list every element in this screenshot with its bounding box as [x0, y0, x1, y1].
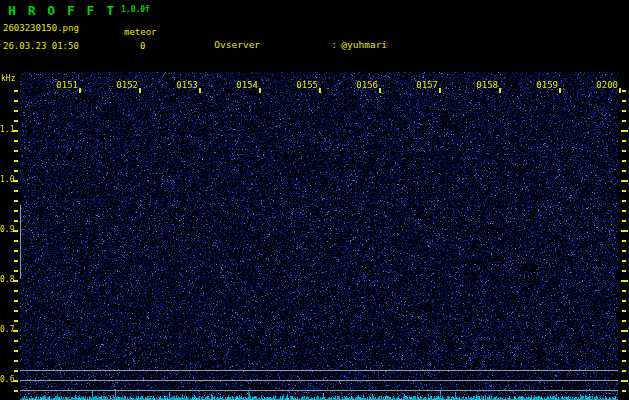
y-axis-minor-tick-right: [622, 370, 626, 372]
y-axis-minor-tick-right: [622, 390, 626, 392]
y-axis-minor-tick: [14, 240, 18, 242]
y-axis-minor-tick-right: [622, 350, 626, 352]
x-axis-tick-label: 0158: [474, 80, 498, 90]
x-axis-minute-tick: [619, 88, 621, 93]
y-axis-minor-tick: [14, 260, 18, 262]
y-axis-minor-tick: [14, 300, 18, 302]
spectrogram-noise-canvas: [20, 72, 618, 400]
info-label: Ovserver: [214, 39, 331, 51]
y-axis-minor-tick-right: [622, 310, 626, 312]
y-axis-tick-label: 0.7: [0, 325, 13, 334]
y-axis-minor-tick-right: [622, 100, 626, 102]
x-axis-minute-tick: [259, 88, 261, 93]
x-axis-minute-tick: [79, 88, 81, 93]
info-row-observer: Ovserver:@yuhmari: [180, 27, 576, 39]
y-axis-minor-tick: [14, 150, 18, 152]
x-axis-tick-label: 0159: [534, 80, 558, 90]
y-axis-minor-tick-right: [622, 90, 626, 92]
y-axis-minor-tick: [14, 120, 18, 122]
x-axis-minute-tick: [499, 88, 501, 93]
y-axis-minor-tick-right: [622, 260, 626, 262]
x-axis-tick-label: 0151: [54, 80, 78, 90]
y-axis-minor-tick: [14, 100, 18, 102]
y-axis-minor-tick: [14, 250, 18, 252]
info-value: @yuhmari: [341, 39, 387, 50]
y-axis-minor-tick-right: [622, 290, 626, 292]
observation-timestamp: 26.03.23 01:50: [3, 41, 79, 51]
y-axis-minor-tick: [14, 220, 18, 222]
x-axis-minute-tick: [439, 88, 441, 93]
y-axis-minor-tick-right: [622, 210, 626, 212]
x-axis-tick-label: 0156: [354, 80, 378, 90]
y-axis-tick-label: 0.8: [0, 275, 13, 284]
left-edge-artifact-line: [20, 205, 21, 279]
app-title: H R O F F T: [8, 3, 116, 18]
y-axis-minor-tick-right: [622, 340, 626, 342]
y-axis-minor-tick-right: [622, 320, 626, 322]
y-axis-minor-tick: [14, 390, 18, 392]
y-axis-minor-tick-right: [622, 170, 626, 172]
x-axis-tick-label: 0152: [114, 80, 138, 90]
y-axis-minor-tick: [14, 190, 18, 192]
x-axis-minute-tick: [379, 88, 381, 93]
x-axis-tick-label: 0157: [414, 80, 438, 90]
reference-line-lower: [20, 390, 618, 391]
y-axis-minor-tick-right: [622, 140, 626, 142]
y-axis-minor-tick-right: [622, 220, 626, 222]
hrofft-spectrogram-screen: H R O F F T 1.0.0f 2603230150.png meteor…: [0, 0, 629, 400]
y-axis-tick-label: 0.9: [0, 225, 13, 234]
y-axis-major-tick-right: [621, 130, 628, 132]
y-axis-minor-tick: [14, 270, 18, 272]
y-axis-minor-tick: [14, 290, 18, 292]
y-axis-minor-tick: [14, 350, 18, 352]
y-axis-minor-tick: [14, 200, 18, 202]
y-axis-minor-tick-right: [622, 360, 626, 362]
x-axis-tick-label: 0154: [234, 80, 258, 90]
y-axis-minor-tick-right: [622, 300, 626, 302]
y-axis-minor-tick: [14, 370, 18, 372]
y-axis-minor-tick: [14, 210, 18, 212]
x-axis-minute-tick: [139, 88, 141, 93]
y-axis-major-tick-right: [621, 330, 628, 332]
info-separator: :: [331, 39, 341, 51]
y-axis-tick-label: 0.6: [0, 375, 13, 384]
y-axis-minor-tick: [14, 160, 18, 162]
y-axis-major-tick-right: [621, 380, 628, 382]
x-axis-minute-tick: [199, 88, 201, 93]
reference-line-upper: [20, 370, 618, 371]
y-axis-minor-tick-right: [622, 150, 626, 152]
y-axis-major-tick-right: [621, 280, 628, 282]
y-axis-minor-tick-right: [622, 120, 626, 122]
x-axis-tick-label: 0155: [294, 80, 318, 90]
y-axis-minor-tick: [14, 360, 18, 362]
y-axis-minor-tick-right: [622, 250, 626, 252]
y-axis-minor-tick-right: [622, 270, 626, 272]
reference-line-middle: [20, 380, 618, 381]
y-axis-major-tick-right: [621, 230, 628, 232]
x-axis-minute-tick: [319, 88, 321, 93]
y-axis-minor-tick: [14, 110, 18, 112]
y-axis-minor-tick: [14, 310, 18, 312]
x-axis-tick-label: 0153: [174, 80, 198, 90]
x-axis-minute-tick: [559, 88, 561, 93]
y-axis-tick-label: 1.1: [0, 125, 13, 134]
y-axis-tick-label: 1.0: [0, 175, 13, 184]
y-axis-minor-tick-right: [622, 190, 626, 192]
y-axis-minor-tick: [14, 320, 18, 322]
meteor-counter-value: 0: [140, 41, 145, 51]
meteor-counter-label: meteor: [124, 27, 157, 37]
y-axis-unit-label: kHz: [1, 74, 15, 83]
y-axis-minor-tick-right: [622, 200, 626, 202]
y-axis-minor-tick: [14, 140, 18, 142]
x-axis-tick-label: 0200: [594, 80, 618, 90]
y-axis-minor-tick: [14, 170, 18, 172]
y-axis-minor-tick-right: [622, 160, 626, 162]
y-axis-minor-tick-right: [622, 110, 626, 112]
output-filename: 2603230150.png: [3, 23, 79, 33]
app-version: 1.0.0f: [121, 5, 150, 14]
y-axis-minor-tick: [14, 90, 18, 92]
y-axis-minor-tick: [14, 340, 18, 342]
y-axis-minor-tick-right: [622, 240, 626, 242]
y-axis-major-tick-right: [621, 180, 628, 182]
